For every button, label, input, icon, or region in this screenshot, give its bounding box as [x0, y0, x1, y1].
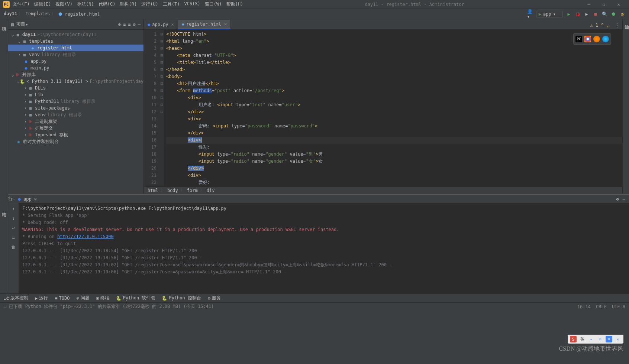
expand-all-icon[interactable]: ≡ [123, 22, 126, 27]
menu-item[interactable]: 文件(F) [13, 1, 30, 7]
window-title: day11 - register.html - Administrator [248, 2, 581, 7]
breadcrumb-folder[interactable]: templates〉 [26, 11, 57, 17]
menu-item[interactable]: 代码(C) [99, 1, 116, 7]
browser-preview-icons: PC [573, 33, 611, 45]
bottom-tool[interactable]: ⎇版本控制 [4, 295, 28, 301]
run-panel-header: 运行: ● app × ⚙ — [0, 195, 629, 203]
bottom-tool[interactable]: 🐍Python 软件包 [116, 295, 155, 301]
hide-run-panel-icon[interactable]: — [623, 196, 625, 202]
menu-item[interactable]: 窗口(W) [205, 1, 222, 7]
menu-item[interactable]: 帮助(H) [226, 1, 243, 7]
tree-typeshed[interactable]: ›⊪Typeshed 存根 [8, 131, 143, 138]
tree-root[interactable]: ⌄■day11F:\pythonProject\day11 [8, 31, 143, 38]
tab-register-html[interactable]: ◆register.html× [178, 20, 231, 29]
collapse-all-icon[interactable]: ≡ [128, 22, 130, 27]
tree-scratches[interactable]: ◉临时文件和控制台 [8, 138, 143, 145]
hide-panel-icon[interactable]: — [138, 22, 141, 27]
menu-item[interactable]: 导航(N) [77, 1, 94, 7]
settings-icon[interactable]: ⬢ [610, 11, 616, 17]
run-button[interactable]: ▶ [566, 11, 572, 17]
left-tool-strip: 项目 [0, 19, 8, 194]
code-breadcrumb[interactable]: html〉body〉form〉div [144, 186, 622, 194]
debug-button[interactable]: 🐞 [575, 11, 581, 17]
warnings-badge[interactable]: ⚠ 1 ^ ⌄ [587, 21, 612, 29]
tree-app-py[interactable]: ●app.py [8, 58, 143, 65]
stop-button[interactable]: ■ [593, 11, 599, 17]
firefox-icon[interactable] [593, 36, 600, 42]
ide-icon[interactable]: ◔ [619, 11, 625, 17]
tree-python[interactable]: ⌄🐍< Python 3.11 (day11) >F:\pythonProjec… [8, 78, 143, 85]
tree-main-py[interactable]: ●main.py [8, 65, 143, 71]
line-separator[interactable]: CRLF [596, 304, 607, 309]
tree-python311[interactable]: ›■Python311library 根目录 [8, 98, 143, 105]
close-icon[interactable]: × [224, 22, 227, 27]
navigation-bar: day11〉 templates〉 ⬢ register.html 👤▾ ▶ap… [0, 9, 629, 19]
status-message: ☐ 已下载 Python 软件包 "pip==22.3.1" 的共享索引 (2秒… [4, 303, 214, 310]
tab-app-py[interactable]: ●app.py× [144, 20, 178, 29]
soft-wrap-button[interactable]: ↩ [10, 224, 17, 232]
close-icon[interactable]: × [171, 22, 174, 27]
menu-item[interactable]: 视图(V) [55, 1, 72, 7]
file-encoding[interactable]: UTF-8 [612, 304, 625, 309]
right-tool-strip: 通知 [622, 19, 629, 194]
chrome-icon[interactable] [584, 36, 591, 42]
tree-templates[interactable]: ⌄■templates [8, 38, 143, 45]
down-button[interactable]: ↓ [10, 214, 17, 222]
trash-button[interactable]: 🗑 [10, 243, 17, 251]
edge-icon[interactable] [602, 36, 609, 42]
project-tool-tab[interactable]: 项目 [0, 21, 8, 25]
run-config-selector[interactable]: ▶app ▾ [536, 11, 563, 17]
bottom-tool[interactable]: ⊘问题 [76, 295, 89, 301]
menu-item[interactable]: VCS(S) [184, 1, 200, 7]
project-panel: ▦ 项目 ▾ ⊕ ≡ ≡ ⚙ — ⌄■day11F:\pythonProject… [8, 19, 144, 194]
tree-venv[interactable]: ›■venvlibrary 根目录 [8, 51, 143, 58]
run-settings-icon[interactable]: ⚙ [616, 196, 619, 202]
project-tree[interactable]: ⌄■day11F:\pythonProject\day11 ⌄■template… [8, 30, 143, 194]
structure-tab[interactable]: 结构 [0, 194, 8, 224]
menu-item[interactable]: 运行(U) [141, 1, 158, 7]
run-panel: 运行: ● app × ⚙ — ↻↑ ▶↓ ■↩ ⊞≡ 🖶🗑 F:\python… [0, 194, 629, 293]
app-logo: PC [3, 1, 10, 8]
maximize-button[interactable]: ☐ [596, 2, 611, 7]
notifications-tab[interactable]: 通知 [623, 19, 629, 23]
breadcrumb-file[interactable]: ⬢ register.html [58, 12, 100, 17]
select-opened-file-icon[interactable]: ⊕ [118, 22, 121, 27]
fold-gutter[interactable]: ⊟⊟⊟⊟⊟⊟⊟⊟⊟⊟⊟⊟ [159, 30, 164, 186]
panel-settings-icon[interactable]: ⚙ [133, 22, 136, 27]
close-button[interactable]: ✕ [611, 2, 626, 7]
pycharm-icon[interactable]: PC [575, 36, 582, 42]
coverage-button[interactable]: ▶ [584, 11, 590, 17]
menu-item[interactable]: 重构(R) [120, 1, 137, 7]
editor-menu-icon[interactable]: ⋮ [612, 21, 622, 29]
tree-register-html[interactable]: ◆register.html [8, 45, 143, 51]
cursor-position[interactable]: 16:14 [577, 304, 591, 309]
bottom-tool[interactable]: ▣终端 [96, 295, 109, 301]
breadcrumb-project[interactable]: day11〉 [4, 11, 25, 17]
run-tab-name[interactable]: app [23, 196, 32, 202]
tree-lib[interactable]: ›■Lib [8, 91, 143, 98]
console-output[interactable]: F:\pythonProject\day11\venv\Scripts\pyth… [19, 203, 629, 293]
menu-item[interactable]: 编辑(E) [34, 1, 51, 7]
tree-binary-skeletons[interactable]: ›⊪二进制框架 [8, 118, 143, 125]
bottom-tool[interactable]: ▶运行 [35, 295, 48, 301]
tree-ext-def[interactable]: ›⊪扩展定义 [8, 125, 143, 131]
tree-dlls[interactable]: ›■DLLs [8, 85, 143, 91]
line-number-gutter[interactable]: 1234567891011121314151617181920212223 [144, 30, 159, 186]
up-button[interactable]: ↑ [10, 205, 17, 213]
title-bar: PC 文件(F)编辑(E)视图(V)导航(N)代码(C)重构(R)运行(U)工具… [0, 0, 629, 9]
minimize-button[interactable]: — [581, 2, 596, 7]
main-menu: 文件(F)编辑(E)视图(V)导航(N)代码(C)重构(R)运行(U)工具(T)… [13, 1, 248, 7]
code-editor[interactable]: 1234567891011121314151617181920212223 ⊟⊟… [144, 30, 622, 186]
menu-item[interactable]: 工具(T) [163, 1, 180, 7]
tree-site-packages[interactable]: ›■site-packages [8, 105, 143, 111]
search-button[interactable]: 🔍 [601, 11, 607, 17]
bottom-tool[interactable]: ⚙服务 [208, 295, 221, 301]
bottom-tool[interactable]: ≡TODO [55, 296, 70, 301]
scroll-end-button[interactable]: ≡ [10, 234, 17, 242]
ime-toolbar[interactable]: S 英 • ☺ ⌨ ✕ [568, 335, 623, 344]
editor: ●app.py× ◆register.html× ⚠ 1 ^ ⌄ ⋮ 12345… [144, 19, 622, 194]
tree-external-libs[interactable]: ⌄⊪外部库 [8, 71, 143, 78]
user-icon[interactable]: 👤▾ [527, 11, 533, 17]
tree-venv2[interactable]: ›■venvlibrary 根目录 [8, 111, 143, 118]
bottom-tool[interactable]: 🐍Python 控制台 [162, 295, 201, 301]
